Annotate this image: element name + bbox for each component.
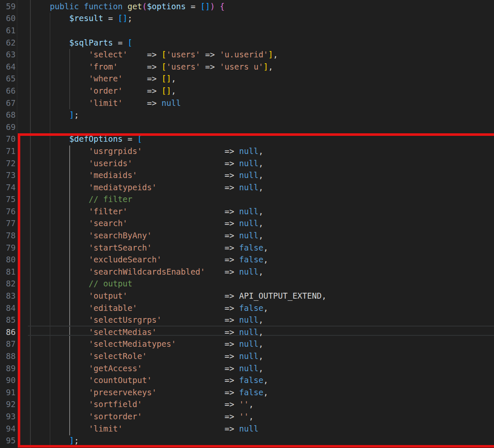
code-line[interactable]: $result = [];	[16, 13, 132, 25]
code-line[interactable]: 'where' => [],	[16, 73, 176, 85]
line-number[interactable]: 93	[0, 411, 16, 423]
editor-row: 67 'limit' => null	[0, 97, 494, 110]
code-line[interactable]: 'usrgrpids' => null,	[16, 146, 263, 158]
line-number[interactable]: 80	[0, 254, 16, 266]
code-token: ,	[258, 159, 263, 168]
line-number[interactable]: 68	[0, 109, 16, 121]
code-line[interactable]: 'selectRole' => null,	[16, 351, 263, 363]
line-number[interactable]: 70	[0, 133, 16, 146]
code-token	[30, 231, 89, 240]
line-number[interactable]: 83	[0, 290, 16, 302]
line-number[interactable]: 65	[0, 73, 16, 85]
line-number[interactable]: 59	[0, 1, 16, 13]
line-number[interactable]: 74	[0, 182, 16, 194]
editor-row: 84 'editable' => false,	[0, 302, 494, 315]
line-number[interactable]: 86	[0, 327, 16, 339]
line-number[interactable]: 61	[0, 25, 16, 37]
code-line[interactable]: 'excludeSearch' => false,	[16, 254, 268, 266]
code-token	[30, 424, 89, 434]
line-number[interactable]: 60	[0, 13, 16, 25]
code-line[interactable]: ];	[16, 435, 79, 447]
code-line[interactable]: ];	[16, 109, 79, 121]
code-line[interactable]: 'search' => null,	[16, 218, 263, 230]
line-number[interactable]: 67	[0, 97, 16, 110]
line-number[interactable]: 75	[0, 194, 16, 206]
line-number[interactable]: 62	[0, 37, 16, 49]
line-number[interactable]: 64	[0, 61, 16, 73]
code-line[interactable]: 'limit' => null	[16, 97, 181, 110]
code-token: null	[239, 267, 258, 277]
code-token	[30, 13, 69, 23]
code-line[interactable]: 'select' => ['users' => 'u.userid'],	[16, 49, 278, 61]
code-token: =>	[128, 207, 239, 216]
code-line[interactable]: $sqlParts = [	[16, 37, 132, 49]
code-line[interactable]: 'sortorder' => '',	[16, 411, 254, 423]
code-line[interactable]: 'limit' => null	[16, 423, 258, 435]
line-number[interactable]: 84	[0, 302, 16, 315]
code-token: null	[239, 219, 258, 228]
code-area: 59 public function get($options = []) {6…	[0, 1, 494, 447]
code-line[interactable]: 'preservekeys' => false,	[16, 387, 268, 399]
code-line[interactable]: 'startSearch' => false,	[16, 242, 268, 254]
code-line[interactable]: 'order' => [],	[16, 85, 176, 97]
line-number[interactable]: 76	[0, 206, 16, 218]
line-number[interactable]: 78	[0, 230, 16, 242]
code-line[interactable]: 'output' => API_OUTPUT_EXTEND,	[16, 290, 326, 302]
line-number[interactable]: 77	[0, 218, 16, 230]
code-token: 'select'	[89, 50, 128, 59]
line-number[interactable]: 73	[0, 170, 16, 182]
code-token	[30, 436, 69, 445]
line-number[interactable]: 87	[0, 338, 16, 351]
line-number[interactable]: 82	[0, 278, 16, 290]
code-line[interactable]: 'userids' => null,	[16, 158, 263, 170]
code-token	[30, 194, 89, 204]
code-line[interactable]: public function get($options = []) {	[16, 1, 225, 13]
code-line[interactable]: 'selectMediatypes' => null,	[16, 338, 263, 351]
line-number[interactable]: 89	[0, 363, 16, 375]
line-number[interactable]: 69	[0, 121, 16, 134]
line-number[interactable]: 63	[0, 49, 16, 61]
editor-row: 60 $result = [];	[0, 13, 494, 25]
code-line[interactable]: 'editable' => false,	[16, 302, 268, 315]
code-line[interactable]	[16, 25, 30, 37]
code-line[interactable]: 'filter' => null,	[16, 206, 263, 218]
line-number[interactable]: 88	[0, 351, 16, 363]
code-token: null	[239, 231, 258, 240]
code-token: 'searchByAny'	[89, 231, 152, 240]
line-number[interactable]: 72	[0, 158, 16, 170]
code-line[interactable]: // output	[16, 278, 132, 290]
code-line[interactable]: 'mediatypeids' => null,	[16, 182, 263, 194]
code-line[interactable]: 'searchWildcardsEnabled' => null,	[16, 266, 263, 278]
code-line[interactable]: $defOptions = [	[16, 133, 142, 146]
code-line[interactable]: // filter	[16, 194, 132, 206]
line-number[interactable]: 92	[0, 399, 16, 411]
line-number[interactable]: 79	[0, 242, 16, 254]
line-number[interactable]: 66	[0, 85, 16, 97]
code-line[interactable]: 'from' => ['users' => 'users u'],	[16, 61, 273, 73]
code-line[interactable]	[16, 121, 30, 134]
code-token: =>	[157, 183, 239, 192]
code-token: [	[161, 62, 166, 72]
code-token: =>	[152, 231, 239, 240]
line-number[interactable]: 71	[0, 146, 16, 158]
editor-row: 89 'getAccess' => null,	[0, 363, 494, 375]
line-number[interactable]: 91	[0, 387, 16, 399]
code-token	[215, 2, 220, 11]
line-number[interactable]: 90	[0, 375, 16, 387]
code-line[interactable]: 'searchByAny' => null,	[16, 230, 263, 242]
code-line[interactable]: 'countOutput' => false,	[16, 375, 268, 387]
line-number[interactable]: 81	[0, 266, 16, 278]
code-token: =>	[147, 351, 239, 361]
line-number[interactable]: 85	[0, 314, 16, 327]
editor-row: 91 'preservekeys' => false,	[0, 387, 494, 399]
code-line[interactable]: 'selectUsrgrps' => null,	[16, 314, 263, 327]
code-line[interactable]: 'getAccess' => null,	[16, 363, 263, 375]
code-line[interactable]: 'selectMedias' => null,	[16, 327, 263, 339]
line-number[interactable]: 95	[0, 435, 16, 447]
line-number[interactable]: 94	[0, 423, 16, 435]
code-token	[30, 327, 89, 337]
code-token: false	[239, 255, 263, 264]
editor-row: 93 'sortorder' => '',	[0, 411, 494, 423]
code-line[interactable]: 'sortfield' => '',	[16, 399, 254, 411]
code-line[interactable]: 'mediaids' => null,	[16, 170, 263, 182]
